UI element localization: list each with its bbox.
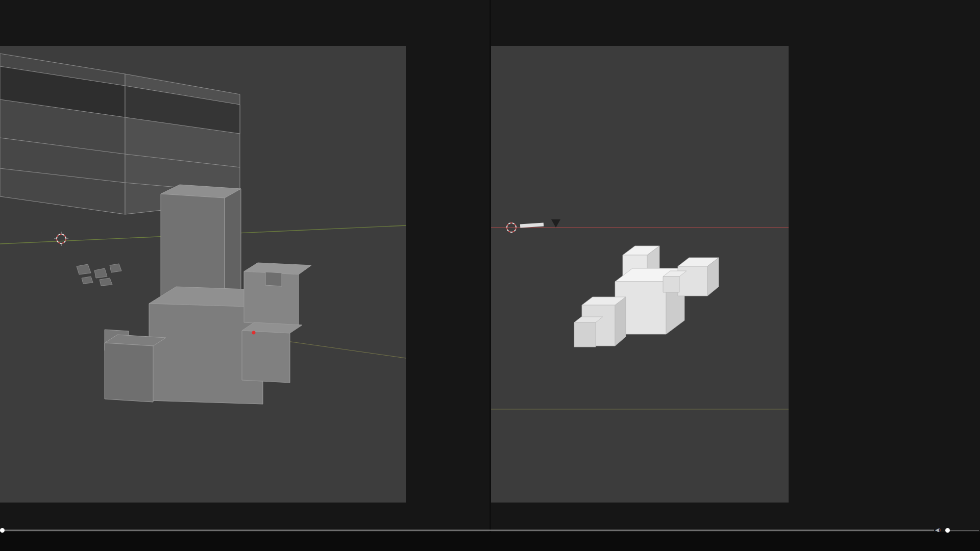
- volume-handle[interactable]: [945, 528, 950, 533]
- seek-bar[interactable]: [0, 529, 934, 532]
- player-bar: [0, 532, 980, 551]
- volume-icon[interactable]: ◀): [935, 527, 941, 533]
- video-frame: ◀): [0, 0, 980, 551]
- volume-slider[interactable]: [945, 529, 979, 533]
- seek-handle[interactable]: [0, 528, 5, 533]
